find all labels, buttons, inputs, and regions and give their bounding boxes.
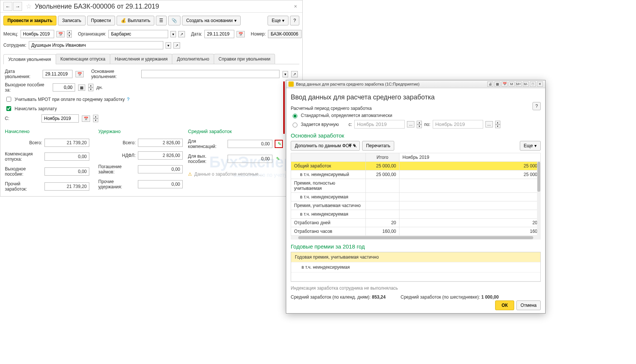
basis-label: Основание увольнения: (91, 69, 138, 79)
favorite-icon[interactable]: ☆ (26, 2, 32, 10)
employee-open-icon[interactable]: ↗ (173, 42, 180, 49)
cancel-button[interactable]: Отмена (516, 300, 541, 310)
from-down[interactable]: ▼ (93, 118, 98, 122)
org-field[interactable] (108, 30, 168, 38)
form-row-2: Сотрудник: ▾ ↗ (0, 40, 302, 51)
month-down[interactable]: ▼ (67, 34, 72, 38)
form-row-1: Месяц: 📅 ▲▼ Организация: ▾ ↗ Дата: 📅 Ном… (0, 28, 302, 40)
basis-open-icon[interactable]: ↗ (291, 71, 298, 77)
table-row[interactable]: в т.ч. неиндексируемая (291, 193, 541, 201)
employee-field[interactable] (29, 41, 163, 49)
avg-six-label: Средний заработок (по шестидневке): (401, 294, 480, 300)
dismiss-date-calendar-icon[interactable]: 📅 (75, 71, 84, 77)
from-up[interactable]: ▲ (93, 115, 98, 118)
severance-for-field[interactable] (53, 83, 75, 92)
month-up[interactable]: ▲ (67, 30, 72, 34)
period-to-btn[interactable]: … (485, 121, 493, 127)
mrot-help-icon[interactable]: ? (127, 97, 130, 102)
month-calendar-icon[interactable]: 📅 (56, 31, 65, 37)
from-month-field[interactable] (41, 114, 79, 123)
dialog-help-button[interactable]: ? (532, 102, 541, 110)
tab-accruals[interactable]: Начисления и удержания (110, 54, 172, 64)
sys-m[interactable]: M (509, 81, 515, 87)
accrued-total-label: Всего: (5, 140, 42, 145)
post-button[interactable]: Провести (87, 16, 115, 25)
annual-table[interactable]: Годовая премия, учитываемая частично в т… (291, 252, 541, 282)
org-open-icon[interactable]: ↗ (178, 31, 185, 37)
sys-close-icon[interactable]: ✕ (537, 81, 543, 87)
month-field[interactable] (21, 30, 54, 38)
table-row[interactable]: Отработано часов160,00160 (291, 227, 541, 236)
sys-calc-icon[interactable]: ▦ (494, 81, 500, 87)
show-button[interactable]: ☰ (156, 16, 167, 25)
basis-field[interactable] (141, 70, 280, 78)
table-row[interactable]: Отработано дней2020 (291, 219, 541, 227)
tab-references[interactable]: Справки при увольнении (214, 54, 275, 64)
employee-dropdown-icon[interactable]: ▾ (166, 42, 171, 49)
close-icon[interactable]: × (292, 3, 299, 9)
forward-button[interactable]: → (13, 2, 22, 11)
scrollbar-horizontal[interactable] (291, 236, 541, 240)
table-row[interactable]: Премия, учитываемая частично (291, 201, 541, 210)
radio-auto-label: Стандартный, определяется автоматически (301, 113, 392, 118)
sev-up[interactable]: ▲ (88, 84, 93, 87)
table-row[interactable]: Общий заработок25 000,0025 000 (291, 162, 541, 170)
severance-for-label: Выходное пособие за: (5, 82, 50, 93)
date-calendar-icon[interactable]: 📅 (237, 31, 245, 37)
edit-sev-button[interactable]: ✎ (276, 156, 280, 161)
help-button[interactable]: ? (290, 16, 299, 25)
pt-up[interactable]: ▲ (495, 121, 500, 124)
sys-m-minus[interactable]: M- (523, 81, 529, 87)
earnings-table[interactable]: Итого Ноябрь 2019 Общий заработок25 000,… (291, 153, 541, 236)
withheld-total: 2 826,00 (138, 139, 183, 147)
date-field[interactable] (204, 30, 234, 38)
dismiss-date-field[interactable] (43, 70, 72, 78)
org-dropdown-icon[interactable]: ▾ (170, 31, 176, 37)
tab-additional[interactable]: Дополнительно (172, 54, 214, 64)
from-label: С: (5, 116, 38, 121)
pt-down[interactable]: ▼ (495, 124, 500, 128)
pay-button[interactable]: 💰Выплатить (117, 16, 155, 25)
accrue-checkbox[interactable] (6, 106, 11, 111)
period-from-field[interactable] (354, 120, 405, 129)
annual-row-1[interactable]: Годовая премия, учитываемая частично (291, 252, 540, 262)
other-earn-label: Прочий заработок: (5, 181, 42, 192)
from-calendar-icon[interactable]: 📅 (82, 115, 90, 122)
sys-m-plus[interactable]: M+ (516, 81, 522, 87)
fill-fot-button[interactable]: Дополнить по данным ФОТ ▾ (291, 141, 360, 151)
table-row[interactable]: Премия, полностью учитываемая (291, 179, 541, 193)
attach-button[interactable]: 📎 (168, 16, 180, 25)
refresh-button[interactable]: Перечитать (362, 141, 395, 151)
radio-manual[interactable] (293, 123, 297, 127)
table-more-button[interactable]: Еще ▾ (520, 141, 541, 151)
tab-conditions[interactable]: Условия увольнения (3, 54, 56, 64)
annual-row-2[interactable]: в т.ч. неиндексируемая (291, 262, 540, 272)
post-close-button[interactable]: Провести и закрыть (3, 16, 56, 25)
severance-calc-icon[interactable]: ▦ (78, 84, 85, 91)
period-to-field[interactable] (433, 120, 483, 129)
sev-down[interactable]: ▼ (88, 87, 93, 91)
table-row[interactable]: в т.ч. неиндексируемая (291, 210, 541, 219)
pf-up[interactable]: ▲ (417, 121, 422, 124)
sys-print-icon[interactable]: 🖨 (487, 81, 493, 87)
edit-comp-button[interactable]: ✎ (275, 140, 283, 148)
table-row[interactable]: в т.ч. неиндексируемый25 000,0025 000 (291, 170, 541, 179)
radio-auto[interactable] (293, 114, 297, 118)
back-button[interactable]: ← (3, 2, 12, 11)
mrot-checkbox[interactable] (6, 97, 11, 102)
write-button[interactable]: Записать (58, 16, 85, 25)
tab-compensations[interactable]: Компенсации отпуска (56, 54, 110, 64)
sys-cal-icon[interactable]: 📅 (501, 81, 507, 87)
scrollbar-vertical[interactable] (537, 162, 541, 236)
pf-down[interactable]: ▼ (417, 124, 422, 128)
create-based-button[interactable]: Создать на основании ▾ (182, 16, 241, 25)
more-label-dlg: Еще (524, 143, 533, 148)
more-button[interactable]: Еще ▾ (268, 16, 288, 25)
period-label: Расчетный период среднего заработка (291, 106, 541, 111)
period-from-btn[interactable]: … (407, 121, 414, 127)
ok-button[interactable]: ОК (495, 300, 514, 310)
basis-dropdown-icon[interactable]: ▾ (283, 71, 288, 77)
avg-cal-value: 853,24 (372, 294, 386, 300)
annotation-line (283, 81, 285, 134)
sys-max-icon[interactable]: □ (530, 81, 536, 87)
